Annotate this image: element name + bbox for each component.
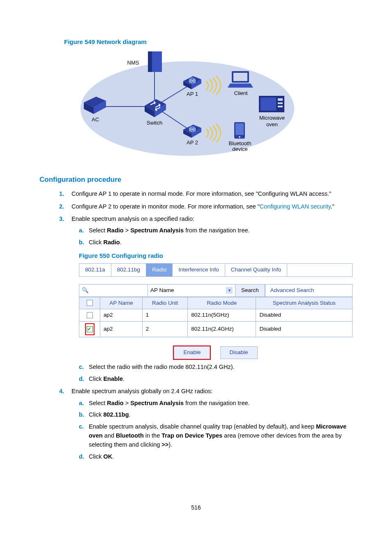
network-diagram: AC NMS Switch (64, 49, 353, 162)
svg-text:AC: AC (92, 116, 99, 123)
tab-channel-quality[interactable]: Channel Quality Info (225, 264, 287, 276)
enable-button[interactable]: Enable (174, 346, 210, 359)
svg-rect-28 (278, 106, 283, 107)
tabs: 802.11a 802.11bg Radio Interference Info… (79, 263, 353, 277)
svg-rect-17 (233, 73, 247, 81)
svg-text:Switch: Switch (147, 120, 162, 126)
search-icon: 🔍 (79, 285, 148, 297)
svg-text:oven: oven (266, 121, 278, 127)
svg-rect-7 (152, 51, 162, 72)
svg-rect-27 (278, 102, 283, 104)
section-heading: Configuration procedure (39, 174, 353, 185)
svg-text:Client: Client (234, 90, 248, 96)
svg-text:device: device (232, 146, 248, 152)
figure-549-caption: Figure 549 Network diagram (64, 37, 353, 46)
svg-point-21 (239, 136, 240, 138)
disable-button[interactable]: Disable (220, 346, 258, 359)
tab-80211a[interactable]: 802.11a (79, 264, 111, 276)
svg-text:NMS: NMS (127, 60, 139, 66)
step-2: 2. Configure AP 2 to operate in monitor … (59, 202, 353, 211)
svg-rect-20 (235, 123, 244, 135)
figure-550-caption: Figure 550 Configuring radio (79, 251, 353, 260)
svg-rect-26 (278, 98, 283, 101)
svg-text:((•)): ((•)) (189, 79, 196, 83)
row-checkbox[interactable] (87, 312, 93, 318)
select-all-checkbox[interactable] (87, 300, 93, 306)
search-button[interactable]: Search (235, 285, 265, 297)
step-1: 1. Configure AP 1 to operate in normal m… (59, 189, 353, 198)
step-4: 4. Enable spectrum analysis globally on … (59, 387, 353, 461)
tab-radio[interactable]: Radio (146, 264, 173, 276)
table-row[interactable]: ap2 2 802.11n(2.4GHz) Disabled (79, 322, 353, 337)
search-field-select[interactable]: AP Name ▾ (148, 285, 235, 297)
chevron-down-icon: ▾ (226, 287, 233, 294)
svg-text:((•)): ((•)) (189, 127, 196, 132)
table-row[interactable]: ap2 1 802.11n(5GHz) Disabled (79, 309, 353, 322)
row-checkbox[interactable] (87, 326, 93, 332)
svg-rect-25 (261, 97, 276, 111)
step-3: 3. Enable spectrum analysis on a specifi… (59, 214, 353, 383)
advanced-search-link[interactable]: Advanced Search (265, 285, 352, 297)
svg-text:AP 1: AP 1 (187, 91, 198, 97)
page-number: 516 (0, 503, 392, 512)
svg-text:Bluetooth: Bluetooth (229, 140, 251, 146)
svg-text:AP 2: AP 2 (187, 139, 198, 146)
link-wlan-security[interactable]: Configuring WLAN security (260, 203, 331, 210)
tab-interference[interactable]: Interference Info (173, 264, 225, 276)
tab-80211bg[interactable]: 802.11bg (111, 264, 146, 276)
radio-table: AP Name Radio Unit Radio Mode Spectrum A… (79, 297, 353, 338)
svg-text:Microwave: Microwave (259, 115, 285, 121)
